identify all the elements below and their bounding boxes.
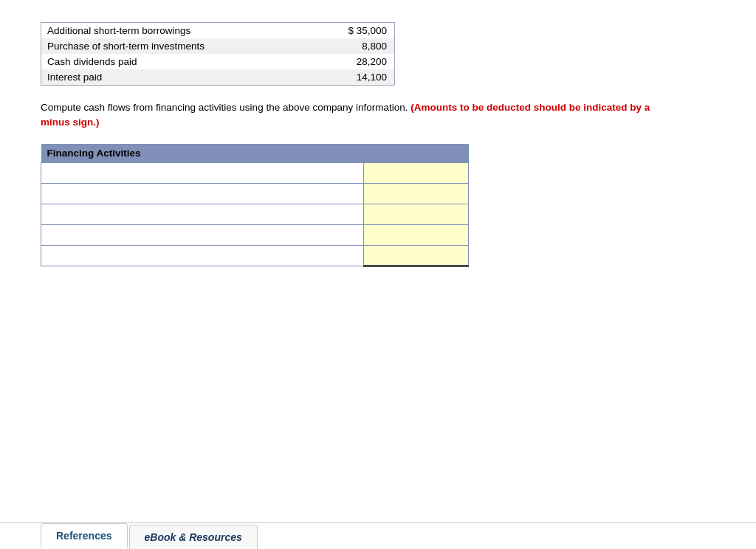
bottom-tabs: References eBook & Resources xyxy=(0,522,756,549)
row4-value xyxy=(364,224,469,245)
info-table: Additional short-term borrowings$ 35,000… xyxy=(41,22,395,86)
info-row-value: 8,800 xyxy=(327,38,394,54)
row1-label-input[interactable] xyxy=(44,168,360,179)
row1-value xyxy=(364,162,469,183)
total-row xyxy=(41,245,469,266)
info-row-label: Cash dividends paid xyxy=(41,54,328,69)
row2-value xyxy=(364,183,469,204)
tab-references[interactable]: References xyxy=(41,523,128,549)
page-content: Additional short-term borrowings$ 35,000… xyxy=(0,0,756,267)
info-row-value: 28,200 xyxy=(327,54,394,69)
total-value xyxy=(364,245,469,266)
row2-label xyxy=(41,183,364,204)
row3-value xyxy=(364,204,469,224)
table-row xyxy=(41,224,469,245)
row3-label xyxy=(41,204,364,224)
instruction-text: Compute cash flows from financing activi… xyxy=(41,100,676,131)
row2-value-input[interactable] xyxy=(367,188,465,199)
row4-label xyxy=(41,224,364,245)
table-row xyxy=(41,183,469,204)
financing-table-wrapper: Financing Activities xyxy=(41,144,715,267)
row4-label-input[interactable] xyxy=(44,229,360,241)
table-row xyxy=(41,162,469,183)
tab-ebook[interactable]: eBook & Resources xyxy=(129,525,258,549)
info-row-label: Interest paid xyxy=(41,69,328,86)
total-label-input[interactable] xyxy=(44,250,360,261)
table-row xyxy=(41,204,469,224)
row2-label-input[interactable] xyxy=(44,188,360,199)
total-label xyxy=(41,245,364,266)
row1-value-input[interactable] xyxy=(367,168,465,179)
total-value-input[interactable] xyxy=(367,250,465,261)
row4-value-input[interactable] xyxy=(367,229,465,241)
row3-label-input[interactable] xyxy=(44,209,360,220)
info-row-value: $ 35,000 xyxy=(327,23,394,39)
financing-activities-table: Financing Activities xyxy=(41,144,469,267)
row1-label xyxy=(41,162,364,183)
financing-table-header: Financing Activities xyxy=(41,144,469,163)
info-row-label: Additional short-term borrowings xyxy=(41,23,328,39)
info-row-value: 14,100 xyxy=(327,69,394,86)
financing-header-label: Financing Activities xyxy=(41,144,469,163)
tab-ebook-label: eBook & Resources xyxy=(145,531,242,543)
row3-value-input[interactable] xyxy=(367,209,465,220)
instruction-normal: Compute cash flows from financing activi… xyxy=(41,102,408,113)
tab-references-label: References xyxy=(56,530,112,542)
info-row-label: Purchase of short-term investments xyxy=(41,38,328,54)
